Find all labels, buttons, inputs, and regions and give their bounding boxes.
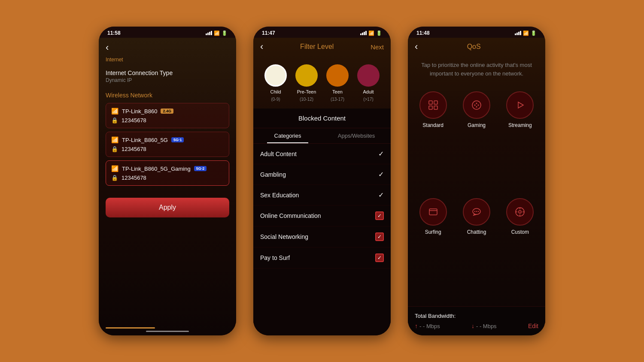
bandwidth-section: Total Bandwidth: ↑ - - Mbps ↓ - - Mbps E…	[408, 306, 545, 335]
back-button-3[interactable]: ‹	[415, 41, 418, 52]
password-0: 12345678	[122, 117, 146, 124]
next-button[interactable]: Next	[371, 43, 384, 51]
svg-point-13	[474, 211, 475, 211]
filter-teen[interactable]: Teen (13-17)	[326, 64, 349, 102]
qos-item-streaming[interactable]: Streaming	[502, 91, 538, 191]
svg-rect-10	[429, 209, 437, 215]
svg-point-4	[472, 101, 481, 109]
checkbox-3[interactable]	[375, 211, 384, 220]
password-row-2: 🔒 12345678	[111, 175, 224, 181]
qos-item-chatting[interactable]: Chatting	[458, 198, 495, 298]
lock-icon-0: 🔒	[111, 117, 118, 124]
svg-point-14	[476, 211, 477, 211]
network-name-2: TP-Link_B860_5G_Gaming	[122, 166, 191, 172]
phone2-background: ‹ Filter Level Next Child (0-9) Pre-Teen…	[253, 38, 391, 335]
status-icons-1: 📶 🔋	[206, 30, 228, 36]
svg-point-7	[476, 103, 477, 104]
phone1-content: ‹ Internet Internet Connection Type Dyna…	[99, 38, 236, 335]
filter-preteen[interactable]: Pre-Teen (10-12)	[295, 64, 318, 102]
category-adult-content[interactable]: Adult Content ✓	[253, 144, 391, 164]
qos-item-gaming[interactable]: Gaming	[458, 91, 495, 191]
surfing-icon	[427, 206, 439, 218]
phone3-background: ‹ QoS Tap to prioritize the online activ…	[408, 38, 545, 335]
qos-item-surfing[interactable]: Surfing	[415, 198, 451, 298]
network-item-0[interactable]: 📶 TP-Link_B860 2.4G 🔒 12345678	[106, 103, 229, 128]
bandwidth-title: Total Bandwidth:	[415, 313, 538, 319]
internet-connection-label: Internet Connection Type	[106, 69, 229, 76]
filter-child[interactable]: Child (0-9)	[264, 64, 287, 102]
password-2: 12345678	[122, 175, 146, 181]
status-icons-3: 📶 🔋	[515, 30, 537, 36]
category-online-communication[interactable]: Online Communication	[253, 205, 391, 226]
password-row-1: 🔒 12345678	[111, 146, 224, 152]
tab-apps-websites[interactable]: Apps/Websites	[322, 128, 391, 143]
qos-label-gaming: Gaming	[468, 122, 486, 128]
checkbox-4[interactable]	[375, 232, 384, 241]
back-button-2[interactable]: ‹	[260, 41, 263, 52]
circle-adult	[357, 64, 380, 87]
edit-button[interactable]: Edit	[528, 323, 538, 329]
circle-child-sublabel: (0-9)	[271, 97, 280, 102]
category-sex-education[interactable]: Sex Education ✓	[253, 185, 391, 205]
screen-1: ‹ Internet Internet Connection Type Dyna…	[99, 38, 236, 335]
category-pay-to-surf[interactable]: Pay to Surf	[253, 247, 391, 268]
upload-value: - - Mbps	[419, 323, 440, 329]
time-2: 11:47	[262, 30, 275, 36]
filter-level-title: Filter Level	[300, 43, 334, 51]
time-3: 11:48	[416, 30, 430, 36]
category-name-3: Online Communication	[260, 212, 321, 219]
category-name-1: Gambling	[260, 171, 286, 178]
svg-rect-0	[429, 101, 432, 104]
qos-label-standard: Standard	[422, 122, 444, 128]
svg-point-6	[477, 105, 479, 106]
circle-adult-label: Adult	[363, 89, 374, 94]
circle-child-label: Child	[270, 89, 281, 94]
network-item-2[interactable]: 📶 TP-Link_B860_5G_Gaming 5G·2 🔒 12345678	[106, 160, 229, 186]
checkbox-5[interactable]	[375, 253, 384, 262]
network-row-2: 📶 TP-Link_B860_5G_Gaming 5G·2	[111, 165, 224, 172]
svg-point-15	[478, 211, 479, 211]
qos-label-chatting: Chatting	[467, 229, 486, 235]
network-badge-1: 5G·1	[171, 137, 184, 142]
streaming-icon	[514, 99, 526, 111]
category-name-4: Social Networking	[260, 233, 308, 240]
circle-teen-sublabel: (13-17)	[331, 97, 344, 102]
phone-1: 11:58 📶 🔋 ‹ Internet Internet Connection…	[99, 27, 236, 335]
status-bar-2: 11:47 📶 🔋	[253, 27, 391, 38]
qos-item-custom[interactable]: Custom	[502, 198, 538, 298]
circle-child	[264, 64, 287, 87]
nav-bar-2: ‹ Filter Level Next	[253, 38, 391, 56]
qos-item-standard[interactable]: Standard	[415, 91, 451, 191]
status-bar-1: 11:58 📶 🔋	[99, 27, 236, 38]
signal-icon-3	[515, 31, 521, 35]
custom-icon	[514, 206, 526, 218]
password-row-0: 🔒 12345678	[111, 117, 224, 124]
wifi-symbol-2: 📶	[111, 165, 118, 172]
download-bandwidth: ↓ - - Mbps	[471, 323, 521, 329]
category-social-networking[interactable]: Social Networking	[253, 226, 391, 247]
standard-icon	[427, 99, 439, 111]
tab-categories[interactable]: Categories	[253, 128, 322, 143]
signal-icon-2	[360, 31, 367, 35]
network-item-1[interactable]: 📶 TP-Link_B860_5G 5G·1 🔒 12345678	[106, 132, 229, 157]
progress-area	[106, 327, 229, 329]
category-gambling[interactable]: Gambling ✓	[253, 164, 391, 185]
status-icons-2: 📶 🔋	[360, 30, 382, 36]
network-row-1: 📶 TP-Link_B860_5G 5G·1	[111, 136, 224, 143]
filter-circles-row: Child (0-9) Pre-Teen (10-12) Teen (13-17…	[253, 56, 391, 109]
blocked-content-title: Blocked Content	[253, 109, 391, 128]
circle-preteen-sublabel: (10-12)	[300, 97, 313, 102]
apply-button[interactable]: Apply	[106, 198, 229, 217]
filter-adult[interactable]: Adult (>17)	[357, 64, 380, 102]
qos-title: QoS	[467, 43, 481, 51]
wifi-symbol-1: 📶	[111, 136, 118, 143]
category-name-5: Pay to Surf	[260, 254, 290, 261]
back-button-1[interactable]: ‹	[106, 42, 109, 53]
qos-description: Tap to prioritize the online activity th…	[408, 56, 545, 83]
qos-circle-custom	[506, 198, 534, 226]
phone1-background: ‹ Internet Internet Connection Type Dyna…	[99, 38, 236, 335]
category-list: Adult Content ✓ Gambling ✓ Sex Education…	[253, 144, 391, 335]
upload-bandwidth: ↑ - - Mbps	[415, 323, 465, 329]
circle-teen	[326, 64, 349, 87]
svg-point-5	[474, 105, 475, 106]
